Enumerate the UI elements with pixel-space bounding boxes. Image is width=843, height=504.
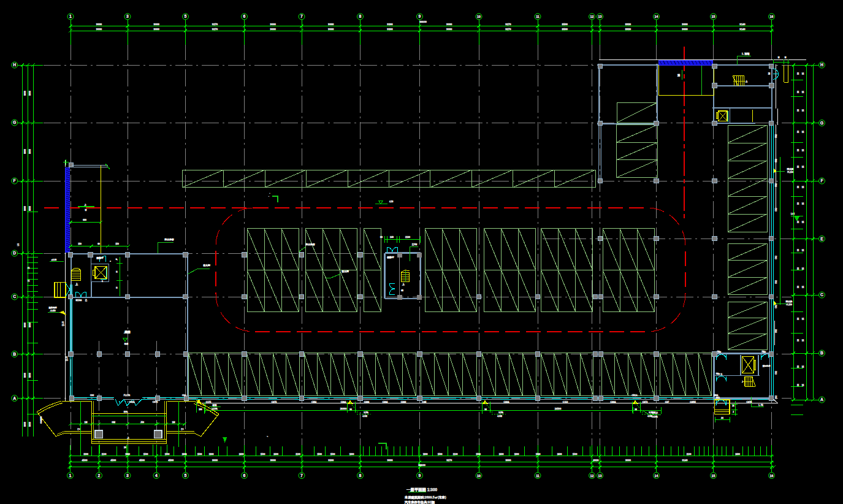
svg-text:30: 30 [797,202,799,205]
svg-text:13: 13 [598,15,602,18]
svg-text:A: A [13,396,16,400]
svg-text:¬: ¬ [267,435,268,438]
svg-text:3: 3 [126,473,129,478]
svg-text:9000: 9000 [506,459,512,462]
svg-text:8500: 8500 [562,23,568,26]
svg-text:8: 8 [359,14,362,18]
svg-text:C02: C02 [775,208,777,212]
svg-text:W: W [85,209,87,212]
svg-text:C03: C03 [90,394,94,397]
svg-text:9270: 9270 [212,28,218,31]
svg-text:150: 150 [115,243,119,245]
svg-text:±0.00: ±0.00 [51,259,57,261]
svg-text:5M: 5M [768,72,771,75]
svg-text:9000: 9000 [387,459,394,462]
svg-text:9000: 9000 [96,23,102,26]
svg-text:C075: C075 [153,401,158,403]
svg-text:G: G [820,121,823,125]
svg-text:CR1A: CR1A [631,394,638,397]
svg-text:1500: 1500 [536,453,541,456]
svg-text:1500: 1500 [197,453,202,456]
svg-text:6: 6 [243,14,246,18]
svg-text:E: E [820,237,823,241]
svg-text:30: 30 [797,286,799,288]
svg-text:2100: 2100 [102,453,107,456]
svg-text:1800: 1800 [423,453,428,456]
svg-text:FM甲: FM甲 [717,351,722,353]
svg-text:2400: 2400 [499,453,504,456]
svg-text:车库: 车库 [124,343,129,345]
svg-text:防火卷帘: 防火卷帘 [164,238,174,241]
svg-text:9000: 9000 [29,373,31,378]
svg-text:15: 15 [802,166,804,168]
svg-text:66600: 66600 [418,464,425,467]
svg-text:9000: 9000 [328,28,334,31]
svg-text:C9E: C9E [422,401,427,403]
svg-text:A6: A6 [721,417,723,419]
svg-text:4500: 4500 [168,459,174,462]
svg-text:60: 60 [380,236,383,239]
svg-text:1800: 1800 [125,453,130,456]
svg-text:QL/U: QL/U [62,321,64,326]
svg-text:4500: 4500 [82,459,88,462]
svg-text:FL150: FL150 [787,171,793,174]
svg-text:9000: 9000 [270,459,277,462]
svg-text:消火栓: 消火栓 [785,300,793,303]
svg-text:20: 20 [124,446,126,449]
svg-text:乙: 乙 [85,299,88,302]
svg-text:9000: 9000 [682,23,688,26]
svg-text:彡: 彡 [115,259,118,261]
svg-text:3: 3 [126,14,129,18]
svg-text:4: 4 [155,473,158,478]
svg-text:9000: 9000 [29,323,31,327]
svg-text:C02: C02 [775,159,777,162]
svg-text:30: 30 [797,339,799,342]
svg-text:4.5M: 4.5M [362,415,367,418]
svg-text:2100: 2100 [453,453,458,456]
svg-text:C: C [820,292,823,297]
svg-text:B: B [13,352,16,356]
svg-text:8930: 8930 [625,28,631,31]
svg-text:FLC76: FLC76 [124,394,130,397]
svg-text:9300: 9300 [328,459,334,462]
svg-text:14: 14 [655,474,658,478]
svg-text:C0RE: C0RE [690,401,696,403]
svg-text:30: 30 [797,131,799,133]
svg-text:乙: 乙 [77,428,80,430]
svg-text:C096: C096 [364,401,370,403]
svg-text:30: 30 [797,249,799,251]
svg-text:9000: 9000 [24,422,26,427]
svg-text:9000: 9000 [446,23,452,26]
svg-text:30: 30 [797,109,799,112]
svg-text:11: 11 [536,15,540,18]
svg-text:15: 15 [802,202,804,205]
svg-text:C073: C073 [643,401,648,403]
svg-text:C07: C07 [665,401,669,403]
svg-text:1500: 1500 [261,453,265,456]
svg-text:J: J [742,381,743,383]
svg-text:4.5M: 4.5M [497,415,502,418]
svg-text:自大橱: 自大橱 [203,264,210,267]
svg-text:水泥砂浆: 水泥砂浆 [40,416,42,424]
svg-text:1800: 1800 [349,453,354,456]
svg-text:FL150: FL150 [786,304,792,306]
svg-text:30: 30 [797,166,799,168]
svg-text:15: 15 [28,267,30,269]
svg-text:16: 16 [770,15,774,18]
svg-text:FM甲: FM甲 [762,351,766,353]
svg-text:9270: 9270 [212,23,218,26]
svg-text:16: 16 [770,474,774,478]
svg-text:C064: C064 [341,401,346,403]
svg-text:C97E: C97E [747,401,753,403]
svg-text:1800: 1800 [514,453,519,456]
svg-text:F: F [13,178,16,183]
svg-text:15: 15 [802,91,804,93]
svg-text:9000: 9000 [328,23,334,26]
svg-text:9300: 9300 [387,28,393,31]
svg-text:9000: 9000 [29,206,31,211]
svg-text:9000: 9000 [24,373,26,378]
svg-text:9.5%: 9.5% [364,411,368,414]
svg-text:FM甲 乙: FM甲 乙 [716,373,723,375]
svg-text:自大橱: 自大橱 [341,270,349,273]
svg-text:2400: 2400 [182,453,187,456]
